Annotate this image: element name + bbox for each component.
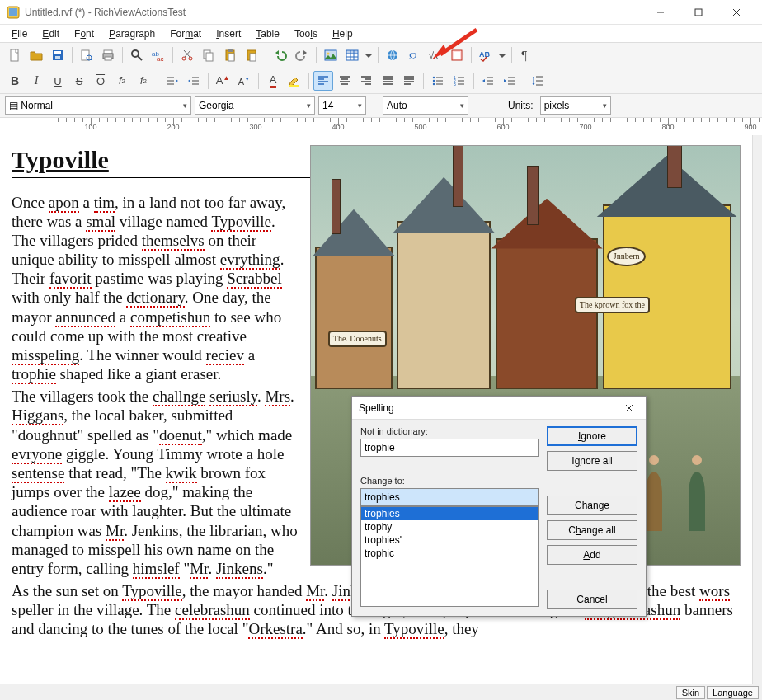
spellcheck-icon[interactable]: AB [476, 45, 496, 65]
increase-indent-icon[interactable] [500, 71, 520, 91]
subscript-icon[interactable]: f2 [112, 71, 132, 91]
decrease-indent-icon[interactable] [478, 71, 498, 91]
change-to-input[interactable] [360, 488, 539, 506]
print-preview-icon[interactable] [77, 45, 96, 65]
svg-point-20 [182, 57, 186, 60]
bold-icon[interactable]: B [5, 71, 25, 91]
superscript-icon[interactable]: f2 [134, 71, 153, 91]
change-all-button[interactable]: Change all [547, 520, 637, 540]
equation-icon[interactable]: √x [426, 45, 445, 65]
ruler[interactable]: 100200300400500600700800900 [0, 118, 762, 136]
svg-rect-1 [9, 8, 17, 16]
units-combo[interactable]: pixels▾ [540, 96, 611, 115]
menu-file[interactable]: File [5, 26, 34, 41]
overline-icon[interactable]: O [91, 71, 111, 91]
align-right-icon[interactable] [356, 71, 376, 91]
svg-text:Ω: Ω [409, 49, 417, 62]
ignore-button[interactable]: Ignore [547, 426, 637, 446]
insert-table-icon[interactable] [342, 45, 362, 65]
rtl-icon[interactable] [184, 71, 204, 91]
numbering-icon[interactable]: 123 [449, 71, 469, 91]
new-file-icon[interactable] [5, 45, 25, 65]
menu-format[interactable]: Format [163, 26, 208, 41]
formatting-toolbar: B I U S O f2 f2 A▲ A▼ A 123 [0, 68, 762, 94]
align-center-icon[interactable] [335, 71, 355, 91]
show-marks-icon[interactable]: ¶ [516, 45, 536, 65]
copy-icon[interactable] [199, 45, 219, 65]
add-button[interactable]: Add [547, 545, 637, 565]
svg-point-16 [132, 50, 139, 57]
suggestion-option[interactable]: trophy [361, 520, 538, 533]
redo-icon[interactable] [292, 45, 312, 65]
vertical-scrollbar[interactable] [752, 135, 762, 684]
underline-icon[interactable]: U [48, 71, 68, 91]
line-spacing-icon[interactable] [529, 71, 548, 91]
font-size-combo[interactable]: 14▾ [318, 96, 366, 115]
skin-button[interactable]: Skin [676, 686, 705, 699]
print-icon[interactable] [98, 45, 118, 65]
object-icon[interactable] [447, 45, 467, 65]
paste-icon[interactable] [220, 45, 240, 65]
minimize-button[interactable] [642, 0, 680, 25]
align-left-icon[interactable] [313, 71, 333, 91]
window-title: Untitled.rvf (*) - RichViewActionsTest [25, 7, 642, 18]
undo-icon[interactable] [270, 45, 290, 65]
italic-icon[interactable]: I [26, 71, 46, 91]
hyperlink-icon[interactable] [383, 45, 402, 65]
menu-insert[interactable]: Insert [209, 26, 247, 41]
svg-line-12 [91, 59, 92, 61]
font-family-combo[interactable]: Georgia▾ [195, 96, 315, 115]
menu-paragraph[interactable]: Paragraph [102, 26, 162, 41]
suggestion-option[interactable]: trophies [361, 507, 538, 520]
menu-table[interactable]: Table [249, 26, 286, 41]
paragraph-style-combo[interactable]: ▤ Normal▾ [5, 96, 191, 115]
language-button[interactable]: Language [707, 686, 759, 699]
ltr-icon[interactable] [162, 71, 182, 91]
svg-rect-39 [346, 50, 358, 54]
svg-rect-8 [54, 51, 61, 54]
suggestion-option[interactable]: trophic [361, 547, 538, 560]
cut-icon[interactable] [177, 45, 197, 65]
insert-picture-icon[interactable] [321, 45, 341, 65]
close-button[interactable] [717, 0, 755, 25]
dialog-title: Spelling [359, 402, 394, 414]
bullets-icon[interactable] [428, 71, 448, 91]
menu-help[interactable]: Help [326, 26, 360, 41]
replace-icon[interactable]: abac [148, 45, 168, 65]
svg-rect-44 [454, 52, 460, 59]
svg-text:¶: ¶ [521, 49, 528, 62]
cancel-button[interactable]: Cancel [547, 590, 637, 609]
align-distribute-icon[interactable] [399, 71, 419, 91]
not-in-dictionary-input[interactable] [360, 439, 539, 457]
increase-font-icon[interactable]: A▲ [213, 71, 233, 91]
change-button[interactable]: Change [547, 496, 637, 515]
open-file-icon[interactable] [26, 45, 46, 65]
decrease-font-icon[interactable]: A▼ [234, 71, 254, 91]
suggestions-listbox[interactable]: trophiestrophytrophies'trophic [360, 506, 539, 607]
font-color-combo[interactable]: Auto▾ [383, 96, 468, 115]
save-icon[interactable] [48, 45, 68, 65]
suggestion-option[interactable]: trophies' [361, 533, 538, 547]
svg-point-50 [433, 83, 435, 85]
font-color-icon[interactable]: A [263, 71, 283, 91]
svg-text:…: … [251, 54, 256, 60]
change-to-label: Change to: [360, 476, 539, 486]
svg-rect-25 [206, 53, 213, 61]
ignore-all-button[interactable]: Ignore all [547, 451, 637, 471]
menu-font[interactable]: Font [68, 26, 101, 41]
menu-tools[interactable]: Tools [288, 26, 324, 41]
spellcheck-dropdown-icon[interactable] [497, 45, 507, 65]
insert-symbol-icon[interactable]: Ω [404, 45, 424, 65]
table-dropdown-icon[interactable] [364, 45, 374, 65]
title-bar: Untitled.rvf (*) - RichViewActionsTest [0, 0, 762, 25]
maximize-button[interactable] [680, 0, 717, 25]
svg-point-48 [433, 77, 435, 78]
dialog-close-icon[interactable] [619, 400, 639, 416]
strike-icon[interactable]: S [69, 71, 89, 91]
find-icon[interactable] [127, 45, 147, 65]
spelling-dialog: Spelling Not in dictionary: Ignore Ignor… [351, 396, 647, 617]
highlight-icon[interactable] [285, 71, 304, 91]
paste-special-icon[interactable]: … [242, 45, 261, 65]
menu-edit[interactable]: Edit [35, 26, 66, 41]
align-justify-icon[interactable] [378, 71, 397, 91]
